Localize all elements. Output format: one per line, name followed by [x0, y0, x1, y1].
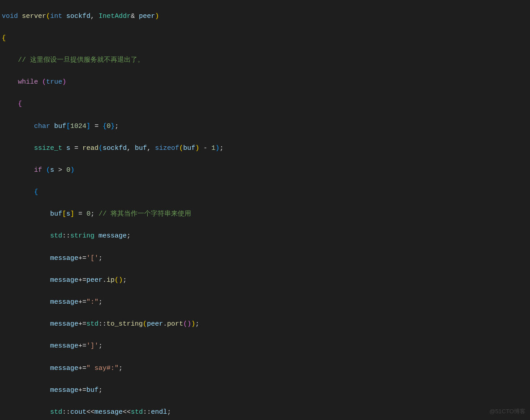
code-line: // 这里假设一旦提供服务就不再退出了。 — [2, 55, 528, 66]
string-literal: " say#:" — [86, 365, 119, 372]
comment: // 将其当作一个字符串来使用 — [98, 210, 191, 218]
type-inetaddr: InetAddr — [98, 13, 131, 20]
number-0: 0 — [107, 123, 111, 130]
var-message: message — [98, 232, 127, 240]
number-1: 1 — [211, 144, 215, 152]
var-buf: buf — [54, 123, 66, 130]
func-name: server — [22, 13, 46, 20]
var-message: message — [50, 342, 78, 350]
var-message: message — [50, 386, 78, 394]
var-message: message — [50, 255, 78, 262]
ns-std: std — [131, 408, 143, 416]
type-char: char — [34, 123, 50, 130]
code-line: message+=']'; — [2, 341, 528, 352]
string-literal: ']' — [86, 342, 98, 350]
watermark: @51CTO博客 — [489, 406, 526, 417]
keyword-true: true — [46, 78, 62, 86]
code-line: { — [2, 33, 528, 44]
var-s: s — [66, 144, 70, 152]
code-line: message+=peer.ip(); — [2, 275, 528, 286]
number-1024: 1024 — [70, 123, 86, 130]
func-tostring: to_string — [107, 320, 143, 328]
code-line: char buf[1024] = {0}; — [2, 121, 528, 132]
var-message: message — [50, 365, 78, 372]
var-buf: buf — [50, 210, 62, 218]
var-sockfd: sockfd — [103, 144, 127, 152]
func-read: read — [82, 144, 98, 152]
code-line: ssize_t s = read(sockfd, buf, sizeof(buf… — [2, 143, 528, 154]
string-literal: '[' — [86, 255, 98, 262]
string-literal: ":" — [86, 298, 98, 306]
var-message: message — [94, 408, 123, 416]
code-line: while (true) — [2, 77, 528, 88]
code-editor[interactable]: void server(int sockfd, InetAddr& peer) … — [0, 0, 530, 420]
var-endl: endl — [151, 408, 167, 416]
var-message: message — [50, 276, 78, 284]
code-line: { — [2, 187, 528, 198]
var-s: s — [66, 210, 70, 218]
var-peer: peer — [86, 276, 103, 284]
ns-std: std — [50, 408, 62, 416]
type-int: int — [50, 13, 62, 20]
keyword-while: while — [18, 78, 38, 86]
code-line: buf[s] = 0; // 将其当作一个字符串来使用 — [2, 209, 528, 220]
var-peer: peer — [147, 320, 163, 328]
code-line: if (s > 0) — [2, 165, 528, 176]
ns-std: std — [86, 320, 98, 328]
number-0: 0 — [66, 166, 70, 174]
var-message: message — [50, 320, 78, 328]
var-message: message — [50, 298, 78, 306]
code-line: message+=" say#:"; — [2, 363, 528, 374]
func-port: port — [167, 320, 183, 328]
keyword-void: void — [2, 13, 18, 20]
keyword-if: if — [34, 166, 42, 174]
code-line: { — [2, 99, 528, 110]
number-0: 0 — [86, 210, 90, 218]
type-ssize: ssize_t — [34, 144, 62, 152]
code-line: message+=":"; — [2, 297, 528, 308]
code-line: message+='['; — [2, 253, 528, 264]
func-ip: ip — [107, 276, 115, 284]
code-line: void server(int sockfd, InetAddr& peer) — [2, 11, 528, 22]
param-sockfd: sockfd — [66, 13, 90, 20]
code-line: message+=std::to_string(peer.port()); — [2, 319, 528, 330]
var-buf: buf — [183, 144, 195, 152]
ns-std: std — [50, 232, 62, 240]
param-peer: peer — [139, 13, 155, 20]
code-line: message+=buf; — [2, 385, 528, 396]
var-cout: cout — [70, 408, 86, 416]
var-buf: buf — [86, 386, 98, 394]
code-line: std::cout<<message<<std::endl; — [2, 407, 528, 418]
var-s: s — [50, 166, 54, 174]
type-string: string — [70, 232, 94, 240]
var-buf: buf — [135, 144, 147, 152]
code-line: std::string message; — [2, 231, 528, 242]
comment: // 这里假设一旦提供服务就不再退出了。 — [18, 56, 144, 64]
keyword-sizeof: sizeof — [155, 144, 179, 152]
